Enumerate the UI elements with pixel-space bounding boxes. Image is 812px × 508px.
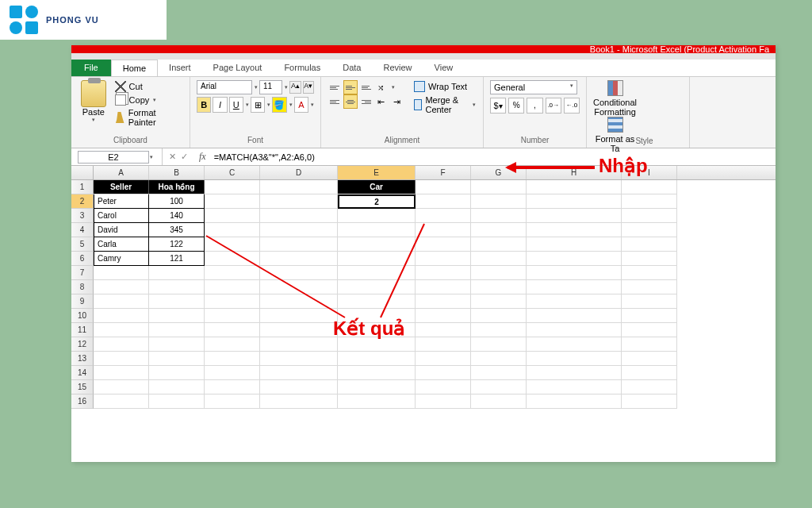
cell-I10[interactable] [622,309,677,323]
cell-B11[interactable] [149,323,205,337]
row-header-12[interactable]: 12 [71,337,94,352]
increase-indent-button[interactable]: ⇥ [391,94,405,109]
cell-D2[interactable] [260,194,338,209]
cell-H14[interactable] [527,366,622,380]
cell-I9[interactable] [622,294,677,309]
cell-C9[interactable] [205,294,260,309]
cell-D10[interactable] [260,309,338,323]
decrease-decimal-button[interactable]: ←.0 [564,98,580,114]
tab-file[interactable]: File [71,60,111,76]
italic-button[interactable]: I [213,97,227,113]
cell-F7[interactable] [416,266,471,280]
cell-I11[interactable] [622,323,677,337]
cell-B14[interactable] [149,366,205,380]
cell-I6[interactable] [622,252,677,266]
row-header-9[interactable]: 9 [71,294,94,309]
decrease-indent-button[interactable]: ⇤ [375,94,389,109]
cell-G5[interactable] [471,237,527,252]
cell-B10[interactable] [149,309,205,323]
cell-A3[interactable]: Carol [94,209,149,223]
cell-G13[interactable] [471,352,527,366]
cell-C16[interactable] [205,394,260,409]
cell-D9[interactable] [260,294,338,309]
cell-C1[interactable] [205,180,260,194]
cell-C7[interactable] [205,266,260,280]
cut-button[interactable]: Cut [114,80,183,93]
currency-button[interactable]: $▾ [490,98,506,114]
cell-H6[interactable] [527,252,622,266]
cell-E11[interactable] [338,323,416,337]
cell-C10[interactable] [205,309,260,323]
row-header-8[interactable]: 8 [71,280,94,294]
cell-C8[interactable] [205,280,260,294]
cell-E1[interactable]: Car [338,180,416,194]
col-header-C[interactable]: C [205,166,260,179]
align-center-button[interactable] [343,94,358,109]
cell-G2[interactable] [471,194,527,209]
cell-A14[interactable] [94,366,149,380]
cell-I3[interactable] [622,209,677,223]
cell-E7[interactable] [338,266,416,280]
cell-C3[interactable] [205,209,260,223]
font-color-button[interactable]: A [294,97,308,113]
cell-H3[interactable] [527,209,622,223]
cell-E16[interactable] [338,394,416,409]
cell-C12[interactable] [205,337,260,352]
row-header-13[interactable]: 13 [71,352,94,366]
cell-B12[interactable] [149,337,205,352]
cell-D11[interactable] [260,323,338,337]
tab-page-layout[interactable]: Page Layout [202,60,274,76]
cell-H1[interactable] [527,180,622,194]
cell-C14[interactable] [205,366,260,380]
cell-C2[interactable] [205,194,260,209]
cell-E15[interactable] [338,380,416,394]
increase-decimal-button[interactable]: .0→ [546,98,561,114]
row-header-6[interactable]: 6 [71,252,94,266]
tab-view[interactable]: View [423,60,465,76]
cell-B3[interactable]: 140 [149,209,205,223]
cell-B15[interactable] [149,380,205,394]
cell-I16[interactable] [622,394,677,409]
cell-H15[interactable] [527,380,622,394]
cell-F12[interactable] [416,337,471,352]
cell-G8[interactable] [471,280,527,294]
cell-G1[interactable] [471,180,527,194]
cell-G10[interactable] [471,309,527,323]
cell-G16[interactable] [471,394,527,409]
cell-F4[interactable] [416,223,471,237]
cell-B7[interactable] [149,266,205,280]
cell-E2[interactable]: 2 [338,194,416,209]
cell-D16[interactable] [260,394,338,409]
cell-A5[interactable]: Carla [94,237,149,252]
cell-D6[interactable] [260,252,338,266]
cell-F8[interactable] [416,280,471,294]
tab-insert[interactable]: Insert [158,60,202,76]
row-header-15[interactable]: 15 [71,380,94,394]
wrap-text-button[interactable]: Wrap Text [413,80,477,93]
cell-H16[interactable] [527,394,622,409]
cell-A2[interactable]: Peter [94,194,149,209]
cell-F2[interactable] [416,194,471,209]
spreadsheet-grid[interactable]: A B C D E F G H I 1234567891011121314151… [71,166,776,460]
cell-B6[interactable]: 121 [149,252,205,266]
cell-G15[interactable] [471,380,527,394]
cell-G7[interactable] [471,266,527,280]
tab-data[interactable]: Data [331,60,372,76]
cell-H8[interactable] [527,280,622,294]
grow-font-button[interactable]: A▴ [289,81,301,94]
font-family-select[interactable]: Arial [197,80,252,94]
bold-button[interactable]: B [197,97,211,113]
cell-C11[interactable] [205,323,260,337]
row-header-5[interactable]: 5 [71,237,94,252]
cell-G12[interactable] [471,337,527,352]
number-format-select[interactable]: General ▾ [490,80,577,94]
cell-A9[interactable] [94,294,149,309]
cell-A16[interactable] [94,394,149,409]
cell-I7[interactable] [622,266,677,280]
cell-G3[interactable] [471,209,527,223]
cell-H11[interactable] [527,323,622,337]
cell-C15[interactable] [205,380,260,394]
cell-D14[interactable] [260,366,338,380]
cell-A8[interactable] [94,280,149,294]
percent-button[interactable]: % [508,98,524,114]
